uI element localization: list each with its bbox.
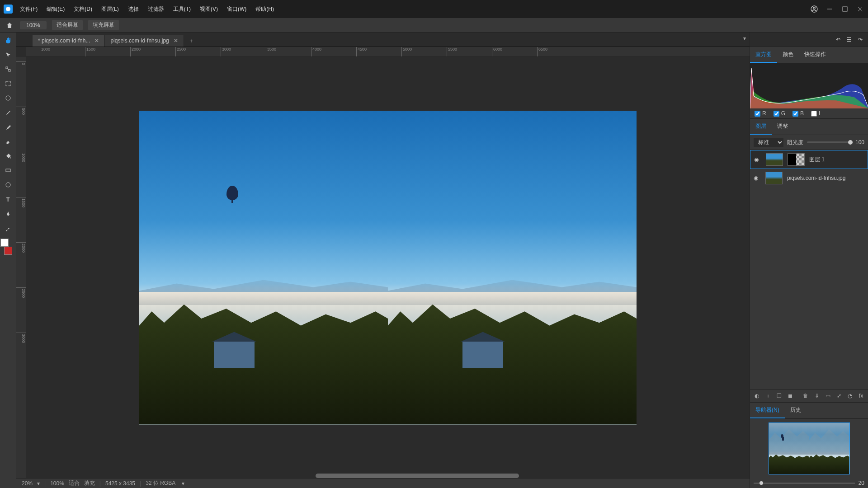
menu-file[interactable]: 文件(F) — [20, 5, 38, 13]
navigator-zoom-value[interactable]: 20 — [859, 480, 864, 486]
magic-wand-tool[interactable] — [3, 108, 13, 117]
gradient-tool[interactable] — [3, 165, 13, 175]
link-layer-icon[interactable]: ◔ — [847, 392, 854, 399]
status-fit[interactable]: 适合 — [69, 479, 80, 487]
status-dropdown-icon[interactable]: ▾ — [182, 480, 184, 487]
node-tool[interactable] — [3, 64, 13, 74]
svg-line-9 — [7, 69, 9, 70]
fill-tool[interactable] — [3, 151, 13, 161]
opacity-value[interactable]: 100 — [855, 139, 864, 145]
status-zoom-base[interactable]: 100% — [50, 480, 64, 487]
add-layer-icon[interactable]: ＋ — [765, 392, 772, 399]
menu-layer[interactable]: 图层(L) — [101, 5, 119, 13]
tab-adjust[interactable]: 调整 — [772, 119, 793, 135]
foreground-color[interactable] — [4, 247, 12, 255]
tab-quick[interactable]: 快速操作 — [799, 47, 831, 63]
delete-layer-icon[interactable]: 🗑 — [802, 392, 809, 399]
viewport[interactable] — [26, 57, 750, 478]
blend-mode-select[interactable]: 标准 — [754, 138, 783, 147]
horizontal-scrollbar[interactable] — [316, 474, 519, 478]
navigator-zoom-slider[interactable] — [754, 483, 855, 484]
layer-name[interactable]: 图层 1 — [809, 156, 825, 164]
zoom-level[interactable]: 100% — [20, 21, 47, 29]
crop-tool[interactable] — [3, 79, 13, 89]
histogram[interactable] — [750, 63, 868, 108]
pen-tool[interactable] — [3, 209, 13, 219]
menu-filters[interactable]: 过滤器 — [148, 5, 164, 13]
text-tool[interactable]: T — [3, 194, 13, 204]
tab-close-icon[interactable]: ✕ — [94, 38, 99, 44]
adjustment-layer-icon[interactable]: ◐ — [754, 392, 760, 399]
menu-select[interactable]: 选择 — [128, 5, 139, 13]
channel-r[interactable]: R — [755, 110, 766, 117]
tab-navigator[interactable]: 导航器(N) — [750, 403, 785, 418]
menu-window[interactable]: 窗口(W) — [227, 5, 246, 13]
horizontal-ruler[interactable]: 1000150020002500300035004000450050005500… — [26, 47, 750, 57]
channel-b[interactable]: B — [793, 110, 804, 117]
menu-tools[interactable]: 工具(T) — [173, 5, 191, 13]
visibility-toggle-icon[interactable]: ◉ — [754, 156, 761, 163]
document-tab-2[interactable]: piqsels.com-id-fnhsu.jpg ✕ — [105, 35, 184, 47]
hand-tool[interactable] — [3, 35, 13, 45]
menu-help[interactable]: 帮助(H) — [255, 5, 274, 13]
user-icon[interactable] — [810, 5, 818, 13]
undo-icon[interactable]: ↶ — [836, 37, 840, 43]
layer-name[interactable]: piqsels.com-id-fnhsu.jpg — [787, 175, 845, 181]
marquee-tool[interactable] — [3, 93, 13, 103]
vertical-ruler[interactable]: 050010001500200025003000 — [16, 57, 26, 478]
mask-layer-icon[interactable]: ◼ — [787, 392, 794, 399]
background-color[interactable] — [0, 239, 9, 247]
menu-view[interactable]: 视图(V) — [200, 5, 218, 13]
status-zoom[interactable]: 20% — [22, 480, 33, 487]
move-tool[interactable] — [3, 50, 13, 60]
maximize-icon[interactable] — [841, 5, 849, 13]
tab-color[interactable]: 颜色 — [777, 47, 799, 63]
group-layer-icon[interactable]: ▭ — [825, 392, 831, 399]
opacity-slider[interactable] — [807, 141, 852, 143]
duplicate-layer-icon[interactable]: ❐ — [776, 392, 783, 399]
layer-thumbnail[interactable] — [766, 153, 783, 166]
tab-histogram[interactable]: 直方图 — [750, 47, 777, 63]
tab-label: * piqsels.com-id-fnh... — [38, 38, 90, 44]
lock-layer-icon[interactable]: ⤢ — [836, 392, 843, 399]
menu-document[interactable]: 文档(D) — [74, 5, 92, 13]
tab-layers[interactable]: 图层 — [750, 119, 772, 135]
fit-screen-button[interactable]: 适合屏幕 — [52, 20, 83, 30]
brush-tool[interactable] — [3, 136, 13, 146]
layer-row-1[interactable]: ◉ 图层 1 — [750, 150, 868, 169]
shape-tool[interactable] — [3, 180, 13, 190]
minimize-icon[interactable] — [826, 5, 834, 13]
fill-screen-button[interactable]: 填充屏幕 — [88, 20, 119, 30]
add-tab-button[interactable]: ＋ — [184, 35, 198, 47]
document-tabs: * piqsels.com-id-fnh... ✕ piqsels.com-id… — [16, 33, 750, 47]
layer-mask-thumbnail[interactable] — [788, 153, 805, 166]
options-toolbar: 100% 适合屏幕 填充屏幕 — [0, 18, 868, 33]
tab-close-icon[interactable]: ✕ — [174, 38, 178, 44]
document-tab-1[interactable]: * piqsels.com-id-fnh... ✕ — [33, 35, 105, 47]
home-button[interactable] — [5, 20, 14, 30]
layer-thumbnail[interactable] — [765, 172, 783, 184]
tab-overflow-icon[interactable]: ▾ — [743, 35, 746, 42]
merge-layer-icon[interactable]: ⇓ — [814, 392, 821, 399]
navigator-thumbnail[interactable] — [769, 422, 850, 474]
app-icon[interactable] — [4, 5, 13, 14]
image-canvas[interactable] — [139, 111, 637, 425]
channel-l[interactable]: L — [811, 110, 822, 117]
menu-edit[interactable]: 编辑(E) — [47, 5, 65, 13]
menu-icon[interactable]: ☰ — [847, 37, 852, 43]
tab-history[interactable]: 历史 — [785, 403, 807, 418]
channel-g[interactable]: G — [774, 110, 785, 117]
clone-tool[interactable] — [3, 223, 13, 233]
visibility-toggle-icon[interactable]: ◉ — [754, 175, 761, 181]
fx-icon[interactable]: fx — [858, 392, 865, 399]
zoom-dropdown-icon[interactable]: ▾ — [37, 480, 40, 487]
svg-rect-12 — [6, 169, 10, 172]
status-fill[interactable]: 填充 — [84, 479, 95, 487]
canvas-area: * piqsels.com-id-fnh... ✕ piqsels.com-id… — [16, 33, 750, 488]
redo-icon[interactable]: ↷ — [858, 37, 863, 43]
layers-list[interactable]: ◉ 图层 1 ◉ piqsels.com-id-fnhsu.jpg — [750, 150, 868, 389]
layer-row-2[interactable]: ◉ piqsels.com-id-fnhsu.jpg — [750, 169, 868, 187]
color-swatches[interactable] — [4, 242, 12, 255]
eyedropper-tool[interactable] — [3, 122, 13, 132]
close-icon[interactable] — [856, 5, 864, 13]
